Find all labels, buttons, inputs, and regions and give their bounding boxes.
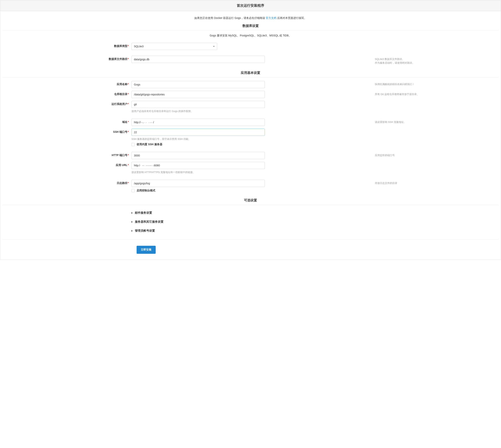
required-marker: * xyxy=(128,163,129,167)
section-title-optional: 可选设置 xyxy=(0,198,501,202)
console-mode-checkbox[interactable] xyxy=(131,189,135,192)
label-db-path: 数据库文件路径 xyxy=(109,57,127,61)
label-ssh-port: SSH 端口号 xyxy=(113,130,127,133)
field-app-name: 应用名称* 快用狂拽酷炫的组织名称闪瞎我们！ xyxy=(0,81,501,88)
chevron-down-icon xyxy=(213,46,215,47)
caret-right-icon xyxy=(131,212,133,214)
caret-right-icon xyxy=(131,221,133,223)
db-path-input[interactable] xyxy=(131,56,265,63)
accordion-email-settings[interactable]: 邮件服务设置 xyxy=(2,208,499,217)
field-db-type: 数据库类型* SQLite3 xyxy=(0,43,501,50)
accordion-label: 管理员帐号设置 xyxy=(135,229,155,233)
repo-root-help: 所有 Git 远程仓库都将被存放于该目录。 xyxy=(370,91,499,96)
run-user-hint: 该用户必须具有对仓库根目录和运行 Gogs 的操作权限。 xyxy=(131,110,370,113)
ssh-port-hint: SSH 服务器的监听端口号，留空表示禁用 SSH 功能。 xyxy=(131,137,370,141)
section-title-db: 数据库设置 xyxy=(0,24,501,28)
field-http-port: HTTP 端口号* 应用监听的端口号 xyxy=(0,152,501,159)
required-marker: * xyxy=(128,181,129,185)
label-http-port: HTTP 端口号 xyxy=(112,154,127,157)
field-db-path: 数据库文件路径* SQLite3 数据库文件路径。 作为服务启动时，请使用绝对路… xyxy=(0,56,501,65)
accordion-server-settings[interactable]: 服务器和其它服务设置 xyxy=(2,217,499,226)
log-path-input[interactable] xyxy=(131,180,265,187)
db-requirement-note: Gogs 要求安装 MySQL、PostgreSQL、SQLite3、MSSQL… xyxy=(0,34,501,37)
log-path-help: 存放日志文件的目录 xyxy=(370,180,499,185)
divider xyxy=(2,77,499,78)
required-marker: * xyxy=(128,154,129,157)
section-title-app: 应用基本设置 xyxy=(0,71,501,75)
http-port-input[interactable] xyxy=(131,152,265,159)
app-name-help: 快用狂拽酷炫的组织名称闪瞎我们！ xyxy=(370,81,499,86)
required-marker: * xyxy=(128,120,129,124)
optional-accordion: 邮件服务设置 服务器和其它服务设置 管理员帐号设置 xyxy=(2,208,499,235)
divider xyxy=(2,240,499,240)
http-port-help: 应用监听的端口号 xyxy=(370,152,499,157)
install-row: 立即安装 xyxy=(2,243,499,254)
db-type-value: SQLite3 xyxy=(134,45,144,48)
required-marker: * xyxy=(128,45,129,48)
docker-note: 如果您正在使用 Docker 容器运行 Gogs，请务必先仔细阅读 官方文档 后… xyxy=(0,16,501,20)
repo-root-input[interactable] xyxy=(131,91,265,98)
db-type-select[interactable]: SQLite3 xyxy=(131,43,217,50)
docker-note-after: 后再对本页面进行填写。 xyxy=(276,16,307,19)
docs-link[interactable]: 官方文档 xyxy=(266,16,276,19)
domain-input[interactable] xyxy=(131,119,265,126)
label-db-type: 数据库类型 xyxy=(114,45,127,48)
required-marker: * xyxy=(128,93,129,96)
builtin-ssh-checkbox[interactable] xyxy=(131,143,135,146)
label-run-user: 运行系统用户 xyxy=(111,102,127,106)
label-repo-root: 仓库根目录 xyxy=(114,93,127,96)
label-app-name: 应用名称 xyxy=(117,83,127,86)
app-name-input[interactable] xyxy=(131,81,265,88)
console-mode-row: 启用控制台模式 xyxy=(131,189,370,192)
run-user-input[interactable] xyxy=(131,101,265,108)
required-marker: * xyxy=(128,57,129,61)
field-ssh-port: SSH 端口号* SSH 服务器的监听端口号，留空表示禁用 SSH 功能。 使用… xyxy=(0,128,501,146)
builtin-ssh-row: 使用内置 SSH 服务器 xyxy=(131,143,370,146)
label-app-url: 应用 URL xyxy=(116,163,127,167)
field-repo-root: 仓库根目录* 所有 Git 远程仓库都将被存放于该目录。 xyxy=(0,91,501,98)
required-marker: * xyxy=(128,102,129,106)
label-log-path: 日志路径 xyxy=(117,181,127,185)
docker-note-before: 如果您正在使用 Docker 容器运行 Gogs，请务必先仔细阅读 xyxy=(194,16,266,19)
accordion-admin-settings[interactable]: 管理员帐号设置 xyxy=(2,226,499,235)
field-log-path: 日志路径* 启用控制台模式 存放日志文件的目录 xyxy=(0,180,501,192)
divider xyxy=(2,30,499,31)
required-marker: * xyxy=(128,83,129,86)
db-path-help: SQLite3 数据库文件路径。 作为服务启动时，请使用绝对路径。 xyxy=(370,56,499,65)
accordion-label: 服务器和其它服务设置 xyxy=(135,220,163,224)
page-title: 首次运行安装程序 xyxy=(0,3,501,8)
required-marker: * xyxy=(128,130,129,133)
label-domain: 域名 xyxy=(122,120,127,124)
page-header: 首次运行安装程序 xyxy=(0,0,501,11)
field-domain: 域名* 该设置影响 SSH 克隆地址。 xyxy=(0,119,501,126)
domain-help: 该设置影响 SSH 克隆地址。 xyxy=(370,119,499,124)
install-button[interactable]: 立即安装 xyxy=(137,246,156,254)
console-mode-label: 启用控制台模式 xyxy=(137,189,155,192)
field-app-url: 应用 URL* 该设置影响 HTTP/HTTPS 克隆地址和一些邮箱中的链接。 xyxy=(0,162,501,174)
builtin-ssh-label: 使用内置 SSH 服务器 xyxy=(137,143,162,146)
caret-right-icon xyxy=(131,230,133,232)
app-url-input[interactable] xyxy=(131,162,265,169)
app-url-hint: 该设置影响 HTTP/HTTPS 克隆地址和一些邮箱中的链接。 xyxy=(131,171,370,174)
ssh-port-input[interactable] xyxy=(131,128,265,136)
page-body: 如果您正在使用 Docker 容器运行 Gogs，请务必先仔细阅读 官方文档 后… xyxy=(0,11,501,260)
field-run-user: 运行系统用户* 该用户必须具有对仓库根目录和运行 Gogs 的操作权限。 xyxy=(0,101,501,113)
accordion-label: 邮件服务设置 xyxy=(135,211,152,215)
